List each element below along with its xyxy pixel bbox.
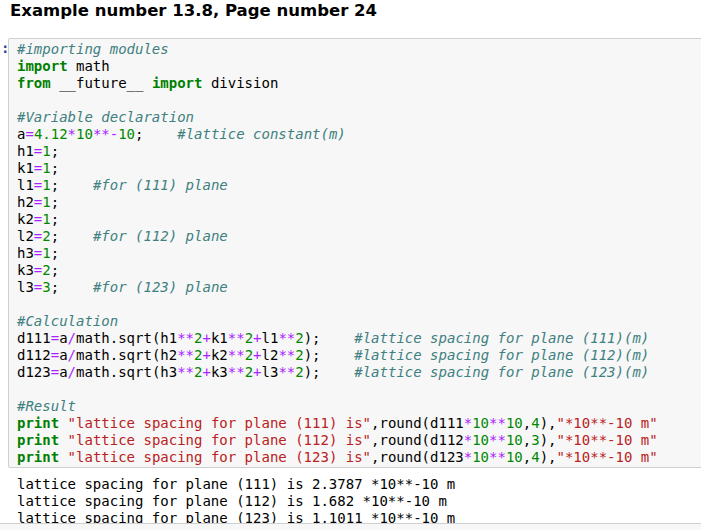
code-token: ,round(d123 — [371, 449, 464, 465]
code-token: = — [51, 364, 59, 380]
code-token: ; — [51, 279, 93, 295]
code-token: ** — [489, 432, 506, 448]
code-token: ); — [304, 330, 355, 346]
code-token: 10 — [506, 432, 523, 448]
code-token: ** — [177, 330, 194, 346]
output-line: lattice spacing for plane (111) is 2.378… — [17, 476, 455, 493]
code-token: , — [523, 432, 531, 448]
code-token: l1 — [262, 330, 279, 346]
code-token: #Result — [17, 398, 76, 414]
code-token: ** — [278, 330, 295, 346]
code-token: 10 — [506, 449, 523, 465]
code-token: / — [68, 364, 76, 380]
code-token: ** — [278, 364, 295, 380]
code-line: a=4.12*10**-10; #lattice constant(m) — [17, 126, 694, 143]
code-token: 1 — [42, 177, 50, 193]
code-token: 2 — [245, 347, 253, 363]
code-token: 3 — [42, 279, 50, 295]
code-token: "lattice spacing for plane (111) is" — [68, 415, 371, 431]
code-token: k1 — [17, 160, 34, 176]
code-token: 10 — [472, 432, 489, 448]
code-token: 1 — [42, 143, 50, 159]
code-token: ; — [51, 211, 59, 227]
code-token: import — [152, 75, 203, 91]
code-token: * — [68, 126, 76, 142]
code-token: l1 — [17, 177, 34, 193]
code-token: ), — [540, 449, 557, 465]
code-token: = — [51, 330, 59, 346]
code-token: + — [202, 330, 210, 346]
code-token: k2 — [211, 347, 228, 363]
code-token: 1 — [42, 194, 50, 210]
code-token: = — [25, 126, 33, 142]
code-token: division — [202, 75, 278, 91]
code-editor[interactable]: #importing modulesimport mathfrom __futu… — [8, 38, 701, 468]
code-token: ); — [304, 347, 355, 363]
code-token: print — [17, 432, 59, 448]
code-token: 1 — [42, 160, 50, 176]
code-token: ,round(d111 — [371, 415, 464, 431]
code-token: 1 — [42, 245, 50, 261]
code-token: ; — [51, 177, 93, 193]
code-token: 10 — [118, 126, 135, 142]
code-line: l1=1; #for (111) plane — [17, 177, 694, 194]
code-token: 10 — [472, 449, 489, 465]
code-token: ** — [278, 347, 295, 363]
code-token: #Calculation — [17, 313, 118, 329]
code-line: import math — [17, 58, 694, 75]
output-line: lattice spacing for plane (112) is 1.682… — [17, 493, 455, 510]
code-token: ** — [177, 364, 194, 380]
code-token: 10 — [506, 415, 523, 431]
code-line: h3=1; — [17, 245, 694, 262]
code-token: "lattice spacing for plane (112) is" — [68, 432, 371, 448]
code-token: "*10**-10 m" — [557, 449, 658, 465]
code-token: math.sqrt(h1 — [76, 330, 177, 346]
code-line: print "lattice spacing for plane (112) i… — [17, 432, 694, 449]
code-token: h2 — [17, 194, 34, 210]
code-token: import — [17, 58, 68, 74]
code-token: from — [17, 75, 51, 91]
code-token: #lattice spacing for plane (111)(m) — [354, 330, 649, 346]
code-token: * — [464, 415, 472, 431]
code-line: d111=a/math.sqrt(h1**2+k1**2+l1**2); #la… — [17, 330, 694, 347]
code-line: #Variable declaration — [17, 109, 694, 126]
code-line: #importing modules — [17, 41, 694, 58]
code-token: "*10**-10 m" — [557, 432, 658, 448]
code-token: ** — [228, 330, 245, 346]
code-token: ** — [489, 449, 506, 465]
code-token: "*10**-10 m" — [557, 415, 658, 431]
code-token: , — [523, 415, 531, 431]
code-token: 2 — [295, 330, 303, 346]
code-token: 2 — [295, 347, 303, 363]
code-token: * — [464, 432, 472, 448]
code-token: 10 — [472, 415, 489, 431]
code-token: #lattice constant(m) — [177, 126, 346, 142]
code-token — [59, 449, 67, 465]
code-token: math — [68, 58, 110, 74]
code-line: h2=1; — [17, 194, 694, 211]
code-token: ,round(d112 — [371, 432, 464, 448]
code-token: ** — [228, 347, 245, 363]
code-token: #for (111) plane — [93, 177, 228, 193]
code-token — [59, 432, 67, 448]
code-token: ; — [51, 194, 59, 210]
code-token: k1 — [211, 330, 228, 346]
code-token: **- — [93, 126, 118, 142]
code-line — [17, 296, 694, 313]
code-token: = — [51, 347, 59, 363]
code-line: k1=1; — [17, 160, 694, 177]
code-token: k3 — [211, 364, 228, 380]
code-token: l2 — [17, 228, 34, 244]
code-line: h1=1; — [17, 143, 694, 160]
output-area: lattice spacing for plane (111) is 2.378… — [17, 476, 455, 527]
next-cell-top-edge[interactable] — [0, 523, 701, 530]
code-token: l2 — [262, 347, 279, 363]
code-line — [17, 381, 694, 398]
code-token: k2 — [17, 211, 34, 227]
code-line: #Result — [17, 398, 694, 415]
code-token: ** — [177, 347, 194, 363]
code-line: k3=2; — [17, 262, 694, 279]
code-token: #Variable declaration — [17, 109, 194, 125]
code-token: 2 — [245, 330, 253, 346]
code-token: #lattice spacing for plane (112)(m) — [354, 347, 649, 363]
